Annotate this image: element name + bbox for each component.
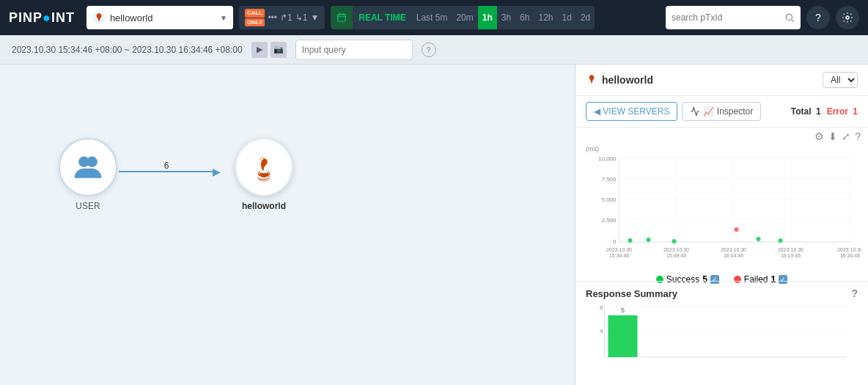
out-count[interactable]: ↳1 (295, 12, 308, 23)
response-summary-section: Response Summary ? 8 4 5 (575, 281, 868, 363)
filter-arrow[interactable]: ▼ (310, 12, 319, 23)
12h-btn[interactable]: 12h (534, 6, 557, 29)
view-servers-label: ◀ VIEW SERVERS (594, 106, 669, 117)
topology-connection: 6 ▶ (119, 166, 221, 177)
svg-text:8: 8 (600, 304, 603, 311)
inspector-button[interactable]: 📈 Inspector (682, 102, 761, 121)
svg-point-4 (786, 14, 792, 20)
app-icon (92, 11, 106, 24)
view-servers-button[interactable]: ◀ VIEW SERVERS (586, 102, 677, 121)
gear-icon (842, 12, 853, 23)
chart-download-icon[interactable]: ⬇ (828, 131, 837, 142)
only-tag: ONLY (245, 18, 265, 27)
main-content: USER 6 ▶ (0, 65, 868, 385)
chart-icon (690, 106, 700, 117)
chart-expand-icon[interactable]: ⤢ (842, 131, 850, 142)
query-input-box[interactable] (295, 40, 413, 60)
search-box[interactable] (666, 6, 801, 29)
svg-point-42 (735, 227, 739, 232)
chart-y-label: (ms) (583, 145, 861, 153)
panel-title-group: helloworld (586, 74, 653, 86)
call-only-tag: CALL (245, 9, 265, 18)
svg-point-38 (647, 238, 651, 242)
user-node[interactable]: USER (59, 138, 117, 211)
svg-text:5,000: 5,000 (601, 197, 617, 203)
3h-btn[interactable]: 3h (497, 6, 515, 29)
helloworld-node[interactable]: helloworld (235, 138, 293, 211)
total-label: Total (791, 106, 812, 117)
settings-icon-btn[interactable] (836, 6, 859, 29)
date-range-text: 2023.10.30 15:34:46 +08:00 ~ 2023.10.30 … (12, 45, 243, 55)
header: PINP●INT helloworld ▼ CALL ONLY ••• ↱1 ↳… (0, 0, 868, 35)
selected-app-name: helloworld (110, 12, 216, 23)
app-selector-chevron: ▼ (220, 14, 227, 22)
error-stat: Error 1 (827, 106, 858, 117)
svg-point-37 (628, 238, 633, 243)
time-range-group: REAL TIME Last 5m 20m 1h 3h 6h 12h 1d 2d (331, 6, 595, 29)
svg-text:2023.10.30: 2023.10.30 (606, 247, 632, 252)
svg-text:15:49:46: 15:49:46 (666, 253, 686, 258)
date-controls: ▶ 📷 (251, 42, 287, 58)
svg-text:16:34:46: 16:34:46 (840, 253, 860, 258)
svg-point-41 (779, 238, 783, 243)
user-group-icon (72, 151, 104, 183)
svg-point-10 (87, 156, 98, 167)
svg-line-5 (792, 20, 794, 22)
svg-text:5: 5 (621, 307, 625, 314)
last5m-btn[interactable]: Last 5m (412, 6, 452, 29)
scatter-chart-container: (ms) 10,000 7,500 5,000 2,500 0 (575, 145, 868, 281)
svg-point-39 (672, 239, 677, 243)
chart-settings-icon[interactable]: ⚙ (814, 131, 824, 142)
search-input[interactable] (672, 12, 781, 23)
svg-text:16:04:46: 16:04:46 (724, 253, 743, 258)
panel-actions-bar: ◀ VIEW SERVERS 📈 Inspector Total 1 Error… (575, 96, 868, 128)
1h-btn[interactable]: 1h (478, 6, 497, 29)
filter-dots[interactable]: ••• (268, 12, 277, 23)
error-value: 1 (853, 106, 858, 117)
svg-text:0: 0 (613, 238, 617, 245)
play-icon-btn[interactable]: ▶ (251, 42, 268, 58)
topology-panel: USER 6 ▶ (0, 65, 575, 385)
2d-btn[interactable]: 2d (576, 6, 595, 29)
helloworld-node-circle (235, 138, 293, 197)
calendar-icon-btn[interactable] (331, 6, 353, 29)
response-summary-title: Response Summary ? (586, 287, 858, 299)
panel-header: helloworld All (575, 65, 868, 96)
svg-text:15:34:46: 15:34:46 (609, 253, 629, 258)
20m-btn[interactable]: 20m (452, 6, 477, 29)
query-help-icon[interactable]: ? (422, 43, 436, 57)
svg-text:7,500: 7,500 (601, 176, 617, 183)
inspector-label: 📈 Inspector (703, 106, 753, 117)
svg-text:2023.10.30: 2023.10.30 (721, 247, 746, 252)
panel-stats: Total 1 Error 1 (791, 102, 858, 121)
svg-text:2,500: 2,500 (601, 217, 617, 224)
user-node-circle (59, 138, 117, 197)
error-label: Error (827, 106, 848, 117)
1d-btn[interactable]: 1d (558, 6, 576, 29)
response-title-text: Response Summary (586, 288, 677, 299)
app-logo: PINP●INT (9, 10, 75, 26)
in-count[interactable]: ↱1 (280, 12, 293, 23)
help-icon-btn[interactable]: ? (806, 6, 830, 29)
svg-text:10,000: 10,000 (598, 155, 617, 162)
panel-title: helloworld (602, 74, 653, 86)
help-icon: ? (815, 12, 821, 23)
right-panel: helloworld All ◀ VIEW SERVERS 📈 Inspecto… (575, 65, 868, 385)
helloworld-node-inner (237, 140, 291, 194)
6h-btn[interactable]: 6h (515, 6, 534, 29)
search-icon (784, 12, 795, 23)
response-bar-chart: 8 4 5 (586, 302, 858, 361)
app-selector[interactable]: helloworld ▼ (87, 6, 233, 29)
java-icon (249, 153, 279, 182)
response-help-icon[interactable]: ? (851, 287, 858, 299)
panel-filter-select[interactable]: All (823, 72, 858, 88)
total-value: 1 (816, 106, 821, 117)
chart-toolbar: ⚙ ⬇ ⤢ ? (575, 128, 868, 145)
filter-options-group: CALL ONLY ••• ↱1 ↳1 ▼ (239, 6, 325, 29)
chart-help-icon[interactable]: ? (855, 131, 861, 142)
query-input[interactable] (302, 45, 412, 55)
user-node-label: USER (76, 201, 100, 211)
camera-icon-btn[interactable]: 📷 (271, 42, 287, 58)
svg-point-40 (757, 237, 761, 241)
realtime-label: REAL TIME (353, 12, 411, 23)
